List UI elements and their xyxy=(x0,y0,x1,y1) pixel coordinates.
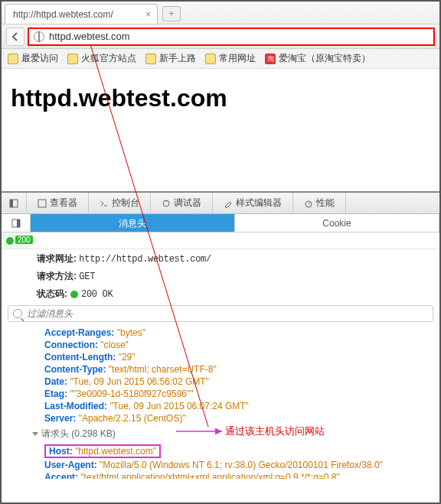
search-icon xyxy=(13,309,22,318)
header-row: User-Agent: "Mozilla/5.0 (Windows NT 6.1… xyxy=(44,459,439,471)
nav-bar xyxy=(2,24,439,49)
devtools-tabs: 查看器 控制台 调试器 样式编辑器 性能 xyxy=(2,193,439,214)
back-button[interactable] xyxy=(6,28,24,46)
header-row: Last-Modified: "Tue, 09 Jun 2015 06:07:2… xyxy=(44,400,439,412)
header-row: Content-Length: "29" xyxy=(44,351,439,363)
header-row: Accept: "text/html,application/xhtml+xml… xyxy=(44,471,439,479)
folder-icon xyxy=(145,54,156,64)
bookmark-bar: 最爱访问 火狐官方站点 新手上路 常用网址 淘爱淘宝（原淘宝特卖） xyxy=(2,49,439,69)
folder-icon xyxy=(67,54,78,64)
request-url-row: 请求网址: http://httpd.webtest.com/ xyxy=(2,249,439,267)
back-arrow-icon xyxy=(11,32,20,41)
filter-input[interactable] xyxy=(27,308,428,319)
status-dot-icon xyxy=(70,291,78,298)
subtab-cookie[interactable]: Cookie xyxy=(235,214,439,232)
tab-console[interactable]: 控制台 xyxy=(89,193,151,213)
request-row[interactable]: 200 xyxy=(2,232,439,249)
header-row: Accept-Ranges: "bytes" xyxy=(44,327,439,339)
bookmark-newbie[interactable]: 新手上路 xyxy=(145,52,196,65)
filter-headers[interactable] xyxy=(8,305,433,322)
header-row: Etag: ""3e0009-1d-5180f927c9596"" xyxy=(44,388,439,400)
header-row: Content-Type: "text/html; charset=UTF-8" xyxy=(44,363,439,376)
folder-icon xyxy=(205,54,216,64)
browser-tab[interactable]: http://httpd.webtest.com/ × xyxy=(5,4,158,24)
response-headers: Accept-Ranges: "bytes"Connection: "close… xyxy=(2,325,439,426)
status-code-badge: 200 xyxy=(15,236,33,244)
folder-icon xyxy=(8,54,18,64)
detail-subtabs: 消息头 Cookie xyxy=(2,214,439,232)
header-row: Date: "Tue, 09 Jun 2015 06:56:02 GMT" xyxy=(44,376,439,388)
sidebar-toggle-icon[interactable] xyxy=(2,214,31,232)
request-headers-section[interactable]: 请求头 (0.298 KB) xyxy=(2,426,439,442)
status-dot-icon xyxy=(6,237,14,245)
status-column: 200 xyxy=(2,232,31,249)
url-box[interactable] xyxy=(28,28,435,46)
bookmark-firefox[interactable]: 火狐官方站点 xyxy=(67,52,136,65)
tab-style[interactable]: 样式编辑器 xyxy=(213,193,293,213)
bookmark-common[interactable]: 常用网址 xyxy=(205,52,256,65)
url-input[interactable] xyxy=(49,31,429,42)
tab-perf[interactable]: 性能 xyxy=(293,193,346,213)
devtools: 查看器 控制台 调试器 样式编辑器 性能 消息头 Cookie 200 请求网址… xyxy=(2,191,439,479)
tab-inspector[interactable]: 查看器 xyxy=(27,193,89,213)
svg-rect-2 xyxy=(38,200,46,207)
bookmark-most-visited[interactable]: 最爱访问 xyxy=(8,52,58,65)
chevron-down-icon xyxy=(32,432,38,436)
tab-bar: http://httpd.webtest.com/ × + xyxy=(2,2,439,24)
subtab-headers[interactable]: 消息头 xyxy=(31,214,235,232)
request-status-row: 状态码:200 OK xyxy=(2,285,439,302)
taobao-icon: 淘 xyxy=(265,54,276,64)
headers-panel: 请求网址: http://httpd.webtest.com/ 请求方法: GE… xyxy=(2,249,439,479)
svg-rect-8 xyxy=(17,219,20,227)
request-headers: Host: "httpd.webtest.com"User-Agent: "Mo… xyxy=(2,442,439,479)
close-tab-icon[interactable]: × xyxy=(145,9,151,20)
svg-rect-1 xyxy=(10,200,13,207)
bookmark-taobao[interactable]: 淘爱淘宝（原淘宝特卖） xyxy=(265,52,371,65)
page-heading: httpd.webtest.com xyxy=(11,84,430,112)
dock-icon[interactable] xyxy=(2,193,27,213)
new-tab-button[interactable]: + xyxy=(162,6,181,21)
header-row: Connection: "close" xyxy=(44,339,439,351)
tab-title: http://httpd.webtest.com/ xyxy=(13,9,113,20)
svg-line-6 xyxy=(309,203,310,204)
request-method-row: 请求方法: GET xyxy=(2,267,439,285)
globe-icon xyxy=(34,31,44,42)
header-row: Host: "httpd.webtest.com" xyxy=(44,444,439,459)
page-content: httpd.webtest.com xyxy=(2,69,439,191)
header-row: Server: "Apache/2.2.15 (CentOS)" xyxy=(44,412,439,424)
tab-debugger[interactable]: 调试器 xyxy=(151,193,213,213)
